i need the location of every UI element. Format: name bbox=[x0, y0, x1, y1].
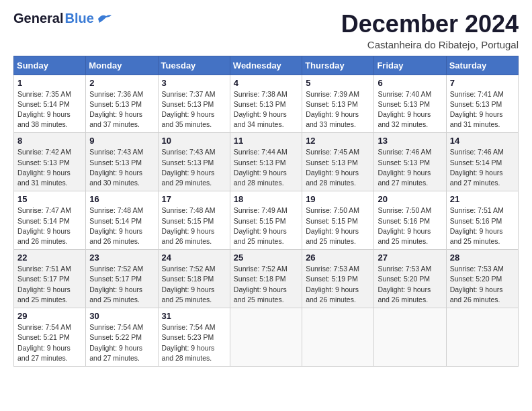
day-number: 3 bbox=[162, 78, 226, 88]
calendar-cell: 30Sunrise: 7:54 AM Sunset: 5:22 PM Dayli… bbox=[86, 308, 158, 367]
calendar-cell: 29Sunrise: 7:54 AM Sunset: 5:21 PM Dayli… bbox=[14, 308, 86, 367]
calendar-cell: 26Sunrise: 7:53 AM Sunset: 5:19 PM Dayli… bbox=[302, 250, 374, 308]
day-of-week-header: Sunday bbox=[14, 56, 86, 75]
day-of-week-header: Friday bbox=[374, 56, 446, 75]
day-info: Sunrise: 7:39 AM Sunset: 5:13 PM Dayligh… bbox=[306, 89, 370, 130]
calendar-cell: 24Sunrise: 7:52 AM Sunset: 5:18 PM Dayli… bbox=[158, 250, 230, 308]
day-info: Sunrise: 7:51 AM Sunset: 5:16 PM Dayligh… bbox=[450, 205, 515, 246]
calendar: SundayMondayTuesdayWednesdayThursdayFrid… bbox=[13, 56, 519, 367]
day-number: 28 bbox=[450, 253, 515, 263]
day-number: 6 bbox=[378, 78, 442, 88]
day-number: 18 bbox=[234, 194, 298, 204]
day-info: Sunrise: 7:48 AM Sunset: 5:14 PM Dayligh… bbox=[89, 205, 154, 246]
day-number: 27 bbox=[378, 253, 442, 263]
day-number: 2 bbox=[89, 78, 154, 88]
day-number: 13 bbox=[378, 136, 442, 146]
day-number: 4 bbox=[234, 78, 298, 88]
calendar-cell: 21Sunrise: 7:51 AM Sunset: 5:16 PM Dayli… bbox=[446, 191, 518, 250]
calendar-week-row: 1Sunrise: 7:35 AM Sunset: 5:14 PM Daylig… bbox=[14, 75, 519, 133]
day-info: Sunrise: 7:52 AM Sunset: 5:18 PM Dayligh… bbox=[162, 264, 226, 305]
calendar-cell: 9Sunrise: 7:43 AM Sunset: 5:13 PM Daylig… bbox=[86, 133, 158, 191]
day-info: Sunrise: 7:38 AM Sunset: 5:13 PM Dayligh… bbox=[234, 89, 298, 130]
calendar-cell bbox=[302, 308, 374, 367]
calendar-cell: 8Sunrise: 7:42 AM Sunset: 5:13 PM Daylig… bbox=[14, 133, 86, 191]
calendar-cell bbox=[374, 308, 446, 367]
day-info: Sunrise: 7:52 AM Sunset: 5:17 PM Dayligh… bbox=[89, 264, 154, 305]
calendar-cell: 20Sunrise: 7:50 AM Sunset: 5:16 PM Dayli… bbox=[374, 191, 446, 250]
calendar-cell: 17Sunrise: 7:48 AM Sunset: 5:15 PM Dayli… bbox=[158, 191, 230, 250]
day-number: 21 bbox=[450, 194, 515, 204]
day-number: 31 bbox=[162, 311, 226, 321]
calendar-cell: 31Sunrise: 7:54 AM Sunset: 5:23 PM Dayli… bbox=[158, 308, 230, 367]
calendar-cell: 28Sunrise: 7:53 AM Sunset: 5:20 PM Dayli… bbox=[446, 250, 518, 308]
calendar-week-row: 8Sunrise: 7:42 AM Sunset: 5:13 PM Daylig… bbox=[14, 133, 519, 191]
day-number: 5 bbox=[306, 78, 370, 88]
day-number: 14 bbox=[450, 136, 515, 146]
day-number: 29 bbox=[17, 311, 82, 321]
day-number: 15 bbox=[17, 194, 82, 204]
header-area: General Blue December 2024 Castanheira d… bbox=[13, 11, 519, 50]
logo-blue: Blue bbox=[64, 11, 93, 26]
calendar-cell bbox=[230, 308, 302, 367]
calendar-cell: 3Sunrise: 7:37 AM Sunset: 5:13 PM Daylig… bbox=[158, 75, 230, 133]
day-number: 11 bbox=[234, 136, 298, 146]
day-of-week-header: Thursday bbox=[302, 56, 374, 75]
logo-general: General bbox=[13, 11, 63, 26]
day-number: 19 bbox=[306, 194, 370, 204]
day-info: Sunrise: 7:43 AM Sunset: 5:13 PM Dayligh… bbox=[89, 147, 154, 188]
day-info: Sunrise: 7:54 AM Sunset: 5:22 PM Dayligh… bbox=[89, 322, 154, 363]
day-info: Sunrise: 7:44 AM Sunset: 5:13 PM Dayligh… bbox=[234, 147, 298, 188]
calendar-cell: 10Sunrise: 7:43 AM Sunset: 5:13 PM Dayli… bbox=[158, 133, 230, 191]
day-number: 26 bbox=[306, 253, 370, 263]
day-info: Sunrise: 7:54 AM Sunset: 5:21 PM Dayligh… bbox=[17, 322, 82, 363]
calendar-cell: 19Sunrise: 7:50 AM Sunset: 5:15 PM Dayli… bbox=[302, 191, 374, 250]
calendar-header: SundayMondayTuesdayWednesdayThursdayFrid… bbox=[14, 56, 519, 75]
day-number: 12 bbox=[306, 136, 370, 146]
day-info: Sunrise: 7:43 AM Sunset: 5:13 PM Dayligh… bbox=[162, 147, 226, 188]
calendar-cell: 22Sunrise: 7:51 AM Sunset: 5:17 PM Dayli… bbox=[14, 250, 86, 308]
day-number: 20 bbox=[378, 194, 442, 204]
calendar-cell: 11Sunrise: 7:44 AM Sunset: 5:13 PM Dayli… bbox=[230, 133, 302, 191]
day-info: Sunrise: 7:37 AM Sunset: 5:13 PM Dayligh… bbox=[162, 89, 226, 130]
day-number: 22 bbox=[17, 253, 82, 263]
day-info: Sunrise: 7:54 AM Sunset: 5:23 PM Dayligh… bbox=[162, 322, 226, 363]
day-info: Sunrise: 7:53 AM Sunset: 5:20 PM Dayligh… bbox=[378, 264, 442, 305]
day-info: Sunrise: 7:36 AM Sunset: 5:13 PM Dayligh… bbox=[89, 89, 154, 130]
calendar-cell: 13Sunrise: 7:46 AM Sunset: 5:13 PM Dayli… bbox=[374, 133, 446, 191]
day-number: 10 bbox=[162, 136, 226, 146]
day-number: 23 bbox=[89, 253, 154, 263]
day-info: Sunrise: 7:53 AM Sunset: 5:19 PM Dayligh… bbox=[306, 264, 370, 305]
header-row: SundayMondayTuesdayWednesdayThursdayFrid… bbox=[14, 56, 519, 75]
day-info: Sunrise: 7:50 AM Sunset: 5:16 PM Dayligh… bbox=[378, 205, 442, 246]
day-info: Sunrise: 7:49 AM Sunset: 5:15 PM Dayligh… bbox=[234, 205, 298, 246]
calendar-cell: 16Sunrise: 7:48 AM Sunset: 5:14 PM Dayli… bbox=[86, 191, 158, 250]
calendar-week-row: 22Sunrise: 7:51 AM Sunset: 5:17 PM Dayli… bbox=[14, 250, 519, 308]
calendar-cell: 7Sunrise: 7:41 AM Sunset: 5:13 PM Daylig… bbox=[446, 75, 518, 133]
calendar-week-row: 15Sunrise: 7:47 AM Sunset: 5:14 PM Dayli… bbox=[14, 191, 519, 250]
calendar-cell: 6Sunrise: 7:40 AM Sunset: 5:13 PM Daylig… bbox=[374, 75, 446, 133]
day-of-week-header: Monday bbox=[86, 56, 158, 75]
calendar-body: 1Sunrise: 7:35 AM Sunset: 5:14 PM Daylig… bbox=[14, 75, 519, 366]
day-of-week-header: Tuesday bbox=[158, 56, 230, 75]
day-number: 9 bbox=[89, 136, 154, 146]
day-number: 1 bbox=[17, 78, 82, 88]
location: Castanheira do Ribatejo, Portugal bbox=[341, 39, 519, 50]
day-info: Sunrise: 7:45 AM Sunset: 5:13 PM Dayligh… bbox=[306, 147, 370, 188]
logo: General Blue bbox=[13, 11, 112, 26]
day-number: 8 bbox=[17, 136, 82, 146]
logo-bird-icon bbox=[97, 13, 112, 24]
calendar-cell: 27Sunrise: 7:53 AM Sunset: 5:20 PM Dayli… bbox=[374, 250, 446, 308]
day-info: Sunrise: 7:40 AM Sunset: 5:13 PM Dayligh… bbox=[378, 89, 442, 130]
calendar-cell: 14Sunrise: 7:46 AM Sunset: 5:14 PM Dayli… bbox=[446, 133, 518, 191]
day-number: 16 bbox=[89, 194, 154, 204]
calendar-cell: 25Sunrise: 7:52 AM Sunset: 5:18 PM Dayli… bbox=[230, 250, 302, 308]
day-info: Sunrise: 7:35 AM Sunset: 5:14 PM Dayligh… bbox=[17, 89, 82, 130]
calendar-cell: 4Sunrise: 7:38 AM Sunset: 5:13 PM Daylig… bbox=[230, 75, 302, 133]
calendar-cell: 23Sunrise: 7:52 AM Sunset: 5:17 PM Dayli… bbox=[86, 250, 158, 308]
day-info: Sunrise: 7:41 AM Sunset: 5:13 PM Dayligh… bbox=[450, 89, 515, 130]
day-of-week-header: Wednesday bbox=[230, 56, 302, 75]
day-info: Sunrise: 7:50 AM Sunset: 5:15 PM Dayligh… bbox=[306, 205, 370, 246]
calendar-cell bbox=[446, 308, 518, 367]
day-info: Sunrise: 7:42 AM Sunset: 5:13 PM Dayligh… bbox=[17, 147, 82, 188]
day-number: 25 bbox=[234, 253, 298, 263]
